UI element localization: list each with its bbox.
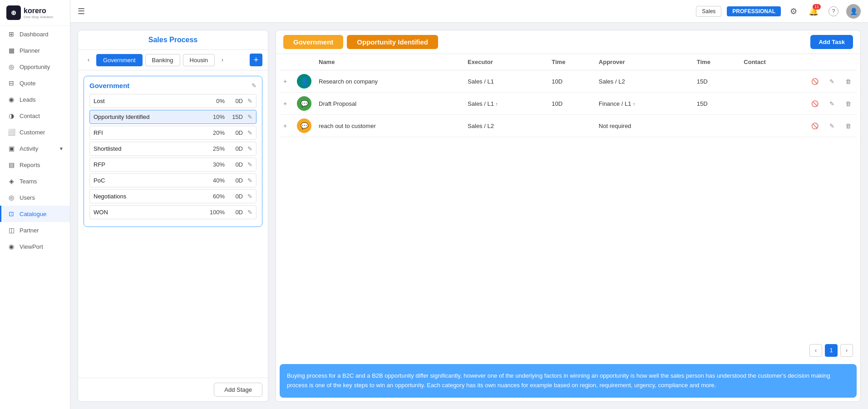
main-content: ☰ Sales PROFESSIONAL ⚙ 🔔 11 ? 👤 Sales Pr… (70, 0, 868, 409)
sidebar-item-label: Dashboard (20, 31, 49, 38)
stage-edit-icon[interactable]: ✎ (247, 145, 252, 152)
task-approver-time: 15D (693, 70, 740, 93)
stage-edit-icon[interactable]: ✎ (247, 113, 252, 120)
task-contact (740, 93, 806, 115)
tab-government[interactable]: Government (96, 54, 143, 66)
sidebar-item-contact[interactable]: ◑ Contact (0, 108, 70, 124)
table-row: + 💬 Draft Proposal Sales / L1 ↑ 10D Fina… (280, 93, 857, 115)
stage-edit-icon[interactable]: ✎ (247, 193, 252, 200)
sidebar-item-dashboard[interactable]: ⊞ Dashboard (0, 26, 70, 42)
stage-name: Opportunity Identified (94, 113, 204, 120)
stage-edit-icon[interactable]: ✎ (247, 209, 252, 216)
sidebar-item-users[interactable]: ◎ Users (0, 189, 70, 206)
sidebar-item-opportunity[interactable]: ◎ Opportunity (0, 59, 70, 75)
stage-name: Negotiations (94, 193, 204, 200)
sidebar-item-label: Activity (20, 145, 38, 152)
customer-icon: ⬜ (8, 128, 15, 136)
ban-icon[interactable]: 🚫 (811, 78, 819, 85)
opportunity-identified-tag: Opportunity Identified (347, 35, 438, 49)
col-time1: Time (548, 54, 595, 70)
tab-banking[interactable]: Banking (145, 54, 180, 66)
app-name: korero (24, 7, 46, 15)
stage-percent: 25% (204, 145, 225, 152)
stage-row: RFI 20% 0D ✎ (89, 126, 256, 140)
avatar[interactable]: 👤 (846, 4, 861, 19)
table-row: + 💬 reach out to customer Sales / L2 Not… (280, 115, 857, 137)
edit-row-icon[interactable]: ✎ (829, 100, 834, 107)
sidebar-item-viewport[interactable]: ◉ ViewPort (0, 238, 70, 255)
sidebar-item-label: Contact (20, 113, 40, 119)
next-page-button[interactable]: › (840, 344, 853, 357)
hamburger-icon[interactable]: ☰ (78, 6, 85, 16)
sidebar-item-catalogue[interactable]: ⊡ Catalogue (0, 206, 70, 222)
professional-button[interactable]: PROFESSIONAL (727, 6, 781, 16)
task-name: Research on company (315, 70, 464, 93)
stage-edit-icon[interactable]: ✎ (247, 129, 252, 136)
task-approver-time (693, 115, 740, 137)
info-text: Buying process for a B2C and a B2B oppor… (287, 372, 830, 389)
add-stage-button[interactable]: Add Stage (214, 383, 262, 397)
notifications-button[interactable]: 🔔 11 (806, 4, 821, 19)
stage-edit-icon[interactable]: ✎ (247, 98, 252, 104)
section-edit-icon[interactable]: ✎ (252, 82, 256, 89)
table-row: + 👤 Research on company Sales / L1 10D S… (280, 70, 857, 93)
task-approver: Finance / L1 ↑ (595, 93, 693, 115)
stage-name: Shortlisted (94, 145, 204, 152)
sidebar-item-planner[interactable]: ▦ Planner (0, 42, 70, 59)
gear-icon-button[interactable]: ⚙ (786, 4, 801, 19)
sidebar-item-label: Customer (20, 129, 45, 136)
sidebar-item-label: Teams (20, 178, 37, 185)
left-panel-header: Sales Process (78, 30, 268, 50)
delete-row-icon[interactable]: 🗑 (845, 123, 851, 129)
task-approver-time: 15D (693, 93, 740, 115)
help-button[interactable]: ? (826, 4, 841, 19)
sidebar-item-label: Partner (20, 227, 39, 234)
sidebar-item-activity[interactable]: ▣ Activity ▼ (0, 140, 70, 157)
row-expand[interactable]: + (280, 93, 293, 115)
stage-percent: 10% (204, 113, 225, 120)
sidebar-item-label: Opportunity (20, 64, 50, 70)
notification-badge: 11 (813, 4, 821, 10)
task-approver: Not required (595, 115, 693, 137)
ban-icon[interactable]: 🚫 (811, 100, 819, 107)
stage-section-header: Government ✎ (89, 82, 256, 89)
row-expand[interactable]: + (280, 70, 293, 93)
task-time: 10D (548, 93, 595, 115)
sidebar-item-leads[interactable]: ◉ Leads (0, 91, 70, 108)
sidebar-item-teams[interactable]: ◈ Teams (0, 173, 70, 189)
tasks-table: Name Executor Time Approver Time Contact… (280, 54, 857, 137)
sidebar: ⊕ korero One Stop Solution ⊞ Dashboard ▦… (0, 0, 70, 409)
sales-button[interactable]: Sales (696, 6, 721, 17)
topbar: ☰ Sales PROFESSIONAL ⚙ 🔔 11 ? 👤 (70, 0, 868, 23)
prev-page-button[interactable]: ‹ (809, 344, 822, 357)
sidebar-item-partner[interactable]: ◫ Partner (0, 222, 70, 238)
tab-housing[interactable]: Housin (183, 54, 215, 66)
edit-row-icon[interactable]: ✎ (829, 78, 834, 85)
stage-edit-icon[interactable]: ✎ (247, 161, 252, 168)
stage-row: PoC 40% 0D ✎ (89, 173, 256, 187)
task-contact (740, 70, 806, 93)
logo-area: ⊕ korero One Stop Solution (0, 0, 70, 26)
delete-row-icon[interactable]: 🗑 (845, 100, 851, 107)
task-executor: Sales / L1 ↑ (464, 93, 548, 115)
stage-name: RFI (94, 129, 204, 136)
add-stage-area: Add Stage (78, 378, 268, 401)
edit-row-icon[interactable]: ✎ (829, 123, 834, 129)
sidebar-item-reports[interactable]: ▤ Reports (0, 157, 70, 173)
tab-add-button[interactable]: + (250, 54, 262, 66)
sidebar-item-label: Catalogue (20, 211, 46, 217)
page-1-button[interactable]: 1 (825, 344, 838, 357)
expand-arrow: ▼ (59, 146, 64, 151)
ban-icon[interactable]: 🚫 (811, 123, 819, 129)
add-task-button[interactable]: Add Task (810, 35, 853, 49)
stage-edit-icon[interactable]: ✎ (247, 177, 252, 184)
sidebar-item-quote[interactable]: ⊟ Quote (0, 75, 70, 91)
row-expand[interactable]: + (280, 115, 293, 137)
tab-prev-button[interactable]: ‹ (84, 55, 94, 65)
tab-next-button[interactable]: › (217, 55, 227, 65)
stage-row: Negotiations 60% 0D ✎ (89, 189, 256, 203)
left-panel: Sales Process ‹ GovernmentBankingHousin … (78, 30, 268, 402)
table-area: Name Executor Time Approver Time Contact… (276, 54, 860, 340)
sidebar-item-customer[interactable]: ⬜ Customer (0, 124, 70, 140)
delete-row-icon[interactable]: 🗑 (845, 78, 851, 85)
